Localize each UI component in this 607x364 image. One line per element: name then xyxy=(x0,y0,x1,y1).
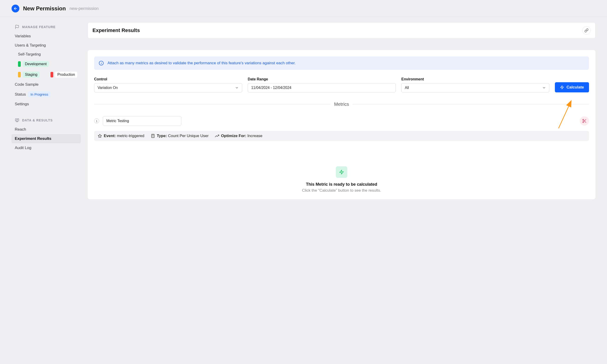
sidebar-section-label: Data & Results xyxy=(22,118,53,122)
lightning-icon xyxy=(560,85,564,89)
filters-row: Control Variation On Date Range 11/04/20… xyxy=(94,77,589,92)
sidebar-subitem-staging[interactable]: Staging xyxy=(12,69,43,80)
sidebar-item-label: Self-Targeting xyxy=(18,52,41,56)
sidebar: Manage Feature Variables Users & Targeti… xyxy=(12,22,81,199)
metric-name-value: Metric Testing xyxy=(106,119,129,123)
content-header: Experiment Results xyxy=(88,22,595,39)
calculator-icon xyxy=(151,134,155,138)
detail-value: metric-triggered xyxy=(117,134,144,138)
metric-details: Event: metric-triggered Type: Count Per … xyxy=(94,131,589,141)
filter-label: Date Range xyxy=(248,77,396,81)
info-banner-text: Attach as many metrics as desired to val… xyxy=(108,61,296,65)
filter-label: Control xyxy=(94,77,242,81)
empty-state-subtitle: Click the “Calculate” button to see the … xyxy=(94,188,589,193)
chevron-down-icon xyxy=(542,86,546,90)
svg-line-13 xyxy=(584,120,584,121)
sidebar-subitem-self-targeting[interactable]: Self-Targeting xyxy=(12,50,81,59)
select-value: All xyxy=(405,86,409,90)
sidebar-item-label: Development xyxy=(23,61,49,67)
sidebar-item-label: Reach xyxy=(15,127,26,132)
sidebar-item-label: Status xyxy=(15,92,26,97)
svg-line-12 xyxy=(585,121,586,123)
info-banner: Attach as many metrics as desired to val… xyxy=(94,56,589,70)
sidebar-item-label: Staging xyxy=(23,72,40,78)
sidebar-item-label: Audit Log xyxy=(15,146,31,150)
sidebar-item-label: Variables xyxy=(15,34,31,39)
sidebar-item-label: Settings xyxy=(15,102,29,106)
sidebar-item-experiment-results[interactable]: Experiment Results xyxy=(12,134,81,143)
sidebar-item-code-sample[interactable]: Code Sample xyxy=(12,80,81,89)
detail-value: Count Per Unique User xyxy=(168,134,209,138)
svg-marker-14 xyxy=(98,134,102,138)
env-color-swatch xyxy=(18,72,21,78)
chevron-down-icon xyxy=(235,86,239,90)
content-title: Experiment Results xyxy=(93,27,140,33)
detail-label: Event: xyxy=(104,134,116,138)
sidebar-item-status[interactable]: Status In Progress xyxy=(12,89,81,100)
metric-name-input[interactable]: Metric Testing xyxy=(103,116,181,126)
sidebar-item-settings[interactable]: Settings xyxy=(12,100,81,109)
arrow-left-icon xyxy=(13,6,17,11)
detail-label: Type: xyxy=(157,134,167,138)
sidebar-section-label: Manage Feature xyxy=(22,25,55,29)
control-select[interactable]: Variation On xyxy=(94,83,242,92)
detail-label: Optimize For: xyxy=(221,134,246,138)
trend-up-icon xyxy=(215,134,219,138)
daterange-input[interactable]: 11/04/2024 - 12/04/2024 xyxy=(248,83,396,92)
sidebar-item-label: Code Sample xyxy=(15,82,39,87)
filter-date-range: Date Range 11/04/2024 - 12/04/2024 xyxy=(248,77,396,92)
page-slug: new-permission xyxy=(69,6,98,11)
sidebar-subitem-production[interactable]: Production xyxy=(44,69,81,80)
star-icon xyxy=(98,134,102,138)
lightning-icon xyxy=(339,169,344,175)
status-badge: In Progress xyxy=(28,91,51,97)
chart-icon xyxy=(15,118,19,123)
sidebar-item-variables[interactable]: Variables xyxy=(12,32,81,41)
metric-optimize: Optimize For: Increase xyxy=(215,134,262,138)
sidebar-item-label: Users & Targeting xyxy=(15,43,46,48)
copy-link-button[interactable] xyxy=(582,26,591,35)
svg-marker-8 xyxy=(561,86,564,89)
empty-state-icon-bg xyxy=(336,166,347,178)
sidebar-item-users-targeting[interactable]: Users & Targeting xyxy=(12,41,81,50)
button-label: Calculate xyxy=(566,85,584,90)
filter-label: Environment xyxy=(401,77,549,81)
flag-icon xyxy=(15,25,19,29)
link-icon xyxy=(584,28,589,32)
metric-event: Event: metric-triggered xyxy=(98,134,144,138)
sidebar-item-label: Experiment Results xyxy=(15,136,51,141)
delete-metric-button[interactable] xyxy=(580,116,589,126)
sidebar-subitem-development[interactable]: Development xyxy=(12,59,52,69)
metric-type: Type: Count Per Unique User xyxy=(151,134,209,138)
svg-marker-26 xyxy=(340,170,344,174)
empty-state: This Metric is ready to be calculated Cl… xyxy=(94,166,589,193)
metric-row: 1 Metric Testing xyxy=(94,116,589,126)
sidebar-section-data: Data & Results xyxy=(12,116,81,125)
sidebar-item-reach[interactable]: Reach xyxy=(12,125,81,134)
page-header: New Permission new-permission xyxy=(0,0,607,17)
sidebar-section-manage: Manage Feature xyxy=(12,22,81,32)
metrics-divider: Metrics xyxy=(94,102,589,107)
metric-number: 1 xyxy=(94,118,99,123)
page-title: New Permission xyxy=(23,5,66,12)
scissors-icon xyxy=(582,119,587,123)
experiment-card: Attach as many metrics as desired to val… xyxy=(88,50,595,199)
detail-value: Increase xyxy=(248,134,262,138)
env-color-swatch xyxy=(51,72,53,78)
select-value: Variation On xyxy=(97,86,118,90)
sidebar-item-label: Production xyxy=(55,72,78,78)
environment-select[interactable]: All xyxy=(401,83,549,92)
select-value: 11/04/2024 - 12/04/2024 xyxy=(251,86,291,90)
calculate-button[interactable]: Calculate xyxy=(555,82,589,92)
filter-environment: Environment All xyxy=(401,77,549,92)
empty-state-title: This Metric is ready to be calculated xyxy=(94,182,589,187)
sidebar-item-audit-log[interactable]: Audit Log xyxy=(12,143,81,153)
info-icon xyxy=(99,61,104,66)
env-color-swatch xyxy=(18,61,21,67)
back-button[interactable] xyxy=(12,5,19,13)
filter-control: Control Variation On xyxy=(94,77,242,92)
content-area: Experiment Results Attach as many metric… xyxy=(88,22,607,199)
metrics-label: Metrics xyxy=(334,102,349,107)
